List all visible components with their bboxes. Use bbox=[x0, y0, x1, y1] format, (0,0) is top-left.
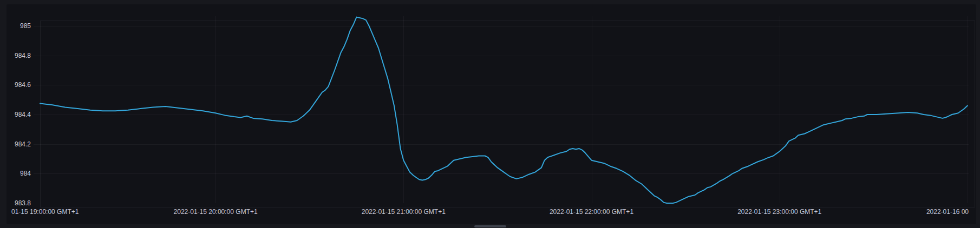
dashboard-canvas: 985984.8984.6984.4984.2984983.8 01-15 19… bbox=[0, 0, 980, 228]
horizontal-scrollbar-thumb[interactable] bbox=[474, 225, 506, 227]
series-layer bbox=[0, 0, 980, 228]
pressure-line-series bbox=[40, 17, 968, 203]
